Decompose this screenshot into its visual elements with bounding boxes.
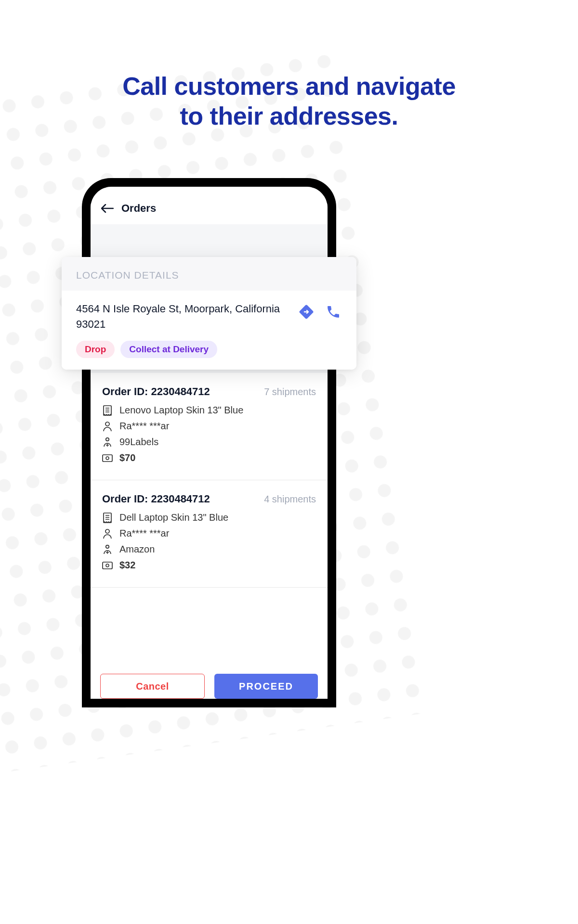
- proceed-button[interactable]: PROCEED: [214, 674, 318, 699]
- product-line: Lenovo Laptop Skin 13" Blue: [102, 405, 316, 416]
- money-icon: [102, 453, 113, 463]
- store-icon: [102, 437, 113, 448]
- location-details-card: LOCATION DETAILS 4564 N Isle Royale St, …: [62, 257, 356, 370]
- headline-line-2: to their addresses.: [0, 101, 578, 131]
- seller-name: Amazon: [119, 544, 155, 555]
- order-id-label: Order ID: 2230484712: [102, 493, 210, 505]
- product-line: Dell Laptop Skin 13" Blue: [102, 512, 316, 523]
- svg-rect-0: [104, 406, 111, 415]
- customer-name: Ra**** ***ar: [119, 421, 169, 432]
- back-icon[interactable]: [101, 204, 114, 213]
- order-row: Order ID: 2230484712 7 shipments: [102, 385, 316, 398]
- tag-drop: Drop: [76, 341, 115, 358]
- svg-rect-5: [104, 513, 111, 523]
- svg-rect-3: [103, 455, 112, 462]
- location-body: 4564 N Isle Royale St, Moorpark, Califor…: [62, 291, 356, 370]
- tag-collect: Collect at Delivery: [120, 341, 217, 358]
- customer-line: Ra**** ***ar: [102, 528, 316, 539]
- amount-value: $70: [119, 452, 135, 463]
- receipt-icon: [102, 405, 113, 416]
- svg-point-6: [105, 529, 109, 533]
- cancel-button[interactable]: Cancel: [100, 674, 205, 699]
- spacer: [91, 588, 328, 665]
- order-card-1[interactable]: Order ID: 2230484712 4 shipments Dell La…: [91, 480, 328, 588]
- footer-buttons: Cancel PROCEED: [91, 665, 328, 699]
- order-row: Order ID: 2230484712 4 shipments: [102, 493, 316, 505]
- svg-point-7: [106, 545, 109, 548]
- shipments-count: 4 shipments: [264, 494, 316, 505]
- location-top: 4564 N Isle Royale St, Moorpark, Califor…: [76, 301, 342, 332]
- address-text: 4564 N Isle Royale St, Moorpark, Califor…: [76, 301, 291, 332]
- shipments-count: 7 shipments: [264, 386, 316, 398]
- svg-rect-8: [103, 562, 112, 569]
- product-name: Dell Laptop Skin 13" Blue: [119, 512, 228, 523]
- headline: Call customers and navigate to their add…: [0, 71, 578, 131]
- seller-line: 99Labels: [102, 436, 316, 448]
- directions-icon[interactable]: [298, 303, 315, 321]
- topbar: Orders: [91, 187, 328, 224]
- person-icon: [102, 528, 113, 539]
- tags: Drop Collect at Delivery: [76, 341, 342, 358]
- phone-icon[interactable]: [325, 303, 342, 321]
- seller-line: Amazon: [102, 544, 316, 555]
- svg-point-1: [105, 422, 109, 426]
- page-title: Orders: [121, 202, 156, 215]
- amount-line: $32: [102, 560, 316, 571]
- person-icon: [102, 421, 113, 432]
- amount-line: $70: [102, 452, 316, 463]
- location-details-header: LOCATION DETAILS: [62, 257, 356, 291]
- svg-point-4: [106, 457, 109, 460]
- seller-name: 99Labels: [119, 436, 158, 448]
- order-card-0[interactable]: Order ID: 2230484712 7 shipments Lenovo …: [91, 373, 328, 480]
- money-icon: [102, 560, 113, 571]
- customer-line: Ra**** ***ar: [102, 421, 316, 432]
- location-actions: [298, 301, 342, 321]
- headline-line-1: Call customers and navigate: [0, 71, 578, 101]
- svg-point-9: [106, 564, 109, 567]
- order-id-label: Order ID: 2230484712: [102, 385, 210, 398]
- product-name: Lenovo Laptop Skin 13" Blue: [119, 405, 243, 416]
- amount-value: $32: [119, 560, 135, 571]
- receipt-icon: [102, 513, 113, 523]
- svg-point-2: [106, 437, 109, 440]
- customer-name: Ra**** ***ar: [119, 528, 169, 539]
- store-icon: [102, 544, 113, 555]
